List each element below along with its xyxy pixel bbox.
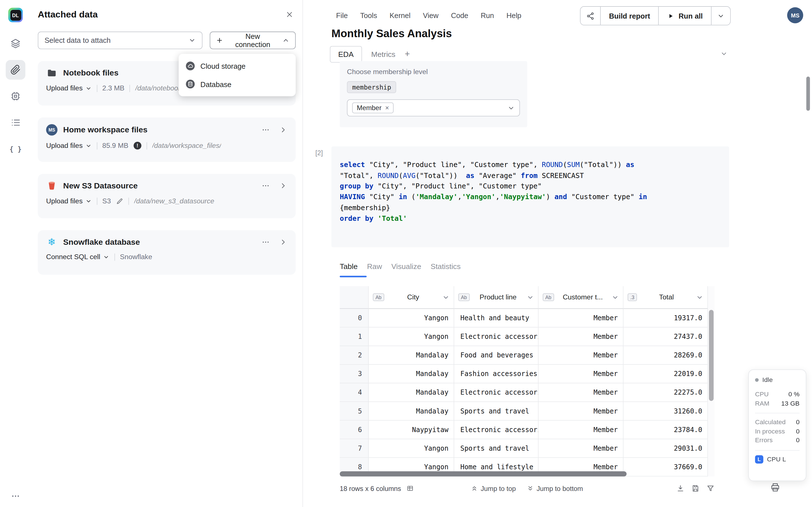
menu-item-cloud-storage[interactable]: Cloud storage [179, 57, 296, 75]
notebook-tab-eda[interactable]: EDA [330, 46, 362, 62]
table-row[interactable]: 6NaypyitawElectronic accessoriMember2378… [340, 420, 715, 439]
kernel-status-panel: Idle CPU0 %RAM13 GB Calculated0In proces… [748, 369, 806, 481]
table-row[interactable]: 0YangonHealth and beautyMember19317.0 [340, 309, 715, 328]
datasource-title: Home workspace files [63, 125, 147, 134]
selected-tag: Member × [352, 103, 394, 114]
page-scrollbar-thumb[interactable] [806, 76, 810, 111]
table-dimensions: 18 rows x 6 columns [340, 485, 401, 492]
layers-icon[interactable] [6, 34, 26, 53]
machine-type[interactable]: L CPU L [755, 455, 800, 463]
active-tab-underline [340, 276, 367, 277]
column-menu-icon[interactable] [442, 293, 450, 301]
workspace-avatar: MS [46, 124, 57, 135]
card-primary-action[interactable]: Upload files [46, 142, 91, 150]
datasource-meta: S3 [102, 197, 111, 205]
menu-run[interactable]: Run [481, 11, 494, 19]
more-options-icon[interactable] [0, 492, 31, 501]
select-data-dropdown[interactable]: Select data to attach [38, 32, 202, 49]
sql-code-cell[interactable]: select "City", "Product line", "Customer… [332, 147, 729, 247]
more-actions-icon[interactable] [262, 126, 270, 134]
result-tab-statistics[interactable]: Statistics [430, 262, 461, 270]
column-header-city[interactable]: Ab City [369, 286, 454, 309]
more-actions-icon[interactable] [262, 238, 270, 246]
close-panel-icon[interactable] [286, 11, 293, 18]
menu-tools[interactable]: Tools [360, 11, 377, 19]
table-row[interactable]: 1YangonElectronic accessoriMember27437.0 [340, 328, 715, 346]
table-body: 0YangonHealth and beautyMember19317.01Ya… [340, 309, 715, 476]
result-tab-visualize[interactable]: Visualize [391, 262, 421, 270]
notebook-tab-metrics[interactable]: Metrics [371, 50, 396, 58]
table-row[interactable]: 2MandalayFood and beveragesMember28269.0 [340, 346, 715, 365]
variable-chip[interactable]: membership [347, 81, 396, 93]
column-header-total[interactable]: .3 Total [623, 286, 708, 309]
column-menu-icon[interactable] [527, 293, 534, 301]
table-row[interactable]: 3MandalayFashion accessoriesMember22019.… [340, 365, 715, 383]
datalore-logo[interactable]: DL [8, 8, 22, 22]
notebook-title: Monthly Sales Analysis [332, 27, 452, 40]
index-column-header[interactable] [340, 286, 369, 309]
card-primary-action[interactable]: Connect SQL cell [46, 253, 109, 261]
menu-item-database[interactable]: Database [179, 75, 296, 93]
open-datasource-icon[interactable] [279, 238, 287, 246]
notebook-tab-strip: EDAMetrics+ [330, 46, 410, 62]
table-row[interactable]: 7YangonSports and travelMember29031.0 [340, 439, 715, 458]
play-icon [667, 12, 674, 19]
kernel-state: Idle [762, 376, 773, 383]
table-header: Ab City Ab Product line Ab Customer t...… [340, 286, 715, 309]
execution-count: [2] [315, 149, 323, 157]
share-icon[interactable] [580, 7, 600, 25]
chevron-down-icon [507, 104, 515, 112]
run-all-button[interactable]: Run all [658, 7, 711, 25]
menu-kernel[interactable]: Kernel [390, 11, 410, 19]
environment-icon[interactable] [6, 87, 26, 106]
filter-icon[interactable] [706, 484, 714, 492]
outline-icon[interactable] [6, 113, 26, 132]
collapse-cell-icon[interactable] [720, 50, 728, 57]
edit-path-icon[interactable] [116, 198, 123, 205]
open-datasource-icon[interactable] [279, 126, 287, 134]
card-primary-action[interactable]: Upload files [46, 84, 91, 92]
column-menu-icon[interactable] [612, 293, 619, 301]
table-horizontal-scrollbar[interactable] [340, 471, 627, 476]
code-line: group by "City", "Product line", "Custom… [340, 181, 721, 191]
jump-to-bottom-button[interactable]: Jump to bottom [527, 485, 583, 492]
result-tab-table[interactable]: Table [340, 262, 358, 270]
panel-title: Attached data [38, 9, 98, 20]
menu-help[interactable]: Help [506, 11, 521, 19]
chevron-down-icon [103, 254, 109, 260]
column-header-product-line[interactable]: Ab Product line [454, 286, 539, 309]
menu-code[interactable]: Code [451, 11, 468, 19]
membership-select[interactable]: Member × [347, 100, 520, 117]
toolbar-group: Build report Run all [580, 6, 731, 25]
more-actions-icon[interactable] [262, 182, 270, 190]
remove-tag-icon[interactable]: × [385, 104, 389, 112]
datasource-meta: Snowflake [120, 253, 152, 261]
table-row[interactable]: 5MandalaySports and travelMember31260.0 [340, 402, 715, 420]
datasource-meta: 2.3 MB [102, 84, 124, 92]
jump-to-top-button[interactable]: Jump to top [471, 485, 516, 492]
attached-data-icon[interactable] [6, 60, 26, 80]
save-icon[interactable] [691, 484, 700, 492]
printer-icon[interactable] [770, 482, 780, 493]
column-header-customer-t[interactable]: Ab Customer t... [539, 286, 623, 309]
result-tab-raw[interactable]: Raw [367, 262, 382, 270]
user-avatar[interactable]: MS [787, 7, 803, 23]
add-tab-icon[interactable]: + [405, 49, 410, 59]
build-report-button[interactable]: Build report [600, 7, 658, 25]
more-icon [262, 182, 270, 190]
table-size-icon[interactable] [406, 485, 414, 492]
table-vertical-scrollbar[interactable] [708, 286, 715, 476]
cloud-storage-icon [186, 62, 195, 70]
run-all-dropdown-icon[interactable] [711, 7, 730, 25]
menu-file[interactable]: File [336, 11, 348, 19]
export-icon[interactable] [676, 484, 684, 492]
menu-view[interactable]: View [423, 11, 439, 19]
scrollbar-thumb[interactable] [709, 310, 714, 401]
card-primary-action[interactable]: Upload files [46, 197, 91, 205]
chevron-right-icon [279, 238, 287, 246]
table-row[interactable]: 4MandalayElectronic accessoriMember22275… [340, 383, 715, 402]
column-menu-icon[interactable] [696, 293, 703, 301]
new-connection-button[interactable]: New connection [210, 32, 296, 49]
open-datasource-icon[interactable] [279, 182, 287, 190]
variables-icon[interactable]: { } [6, 139, 26, 159]
